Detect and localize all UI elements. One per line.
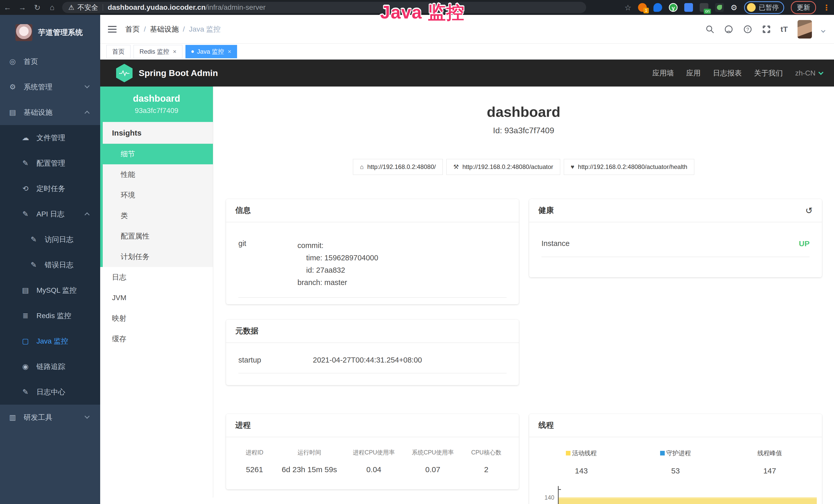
app-title: 芋道管理系统: [38, 27, 83, 38]
extension-grid-icon[interactable]: [684, 3, 693, 12]
nav-item-caches[interactable]: 缓存: [100, 329, 213, 349]
info-card-header: 信息: [226, 199, 519, 222]
health-url-button[interactable]: ♥ http://192.168.0.2:48080/actuator/heal…: [564, 159, 694, 175]
nav-item-mappings[interactable]: 映射: [100, 308, 213, 329]
browser-home-icon[interactable]: ⌂: [45, 3, 60, 12]
nav-item-metrics[interactable]: 性能: [103, 164, 213, 185]
close-icon[interactable]: ×: [227, 48, 231, 55]
actuator-url-button[interactable]: ⚒ http://192.168.0.2:48080/actuator: [446, 159, 560, 175]
sba-nav-journal[interactable]: 日志报表: [713, 68, 742, 78]
health-instance-row: Instance UP: [542, 229, 810, 257]
extension-green-icon[interactable]: y: [669, 3, 678, 12]
url-bar[interactable]: ⚠ 不安全 dashboard.yudao.iocoder.cn /infra/…: [62, 2, 586, 13]
home-icon: ⌂: [360, 163, 364, 170]
col-cpu-cores: CPU核心数: [463, 449, 510, 457]
col-process-cpu: 进程CPU使用率: [345, 449, 402, 457]
back-icon[interactable]: ←: [0, 3, 15, 12]
nav-item-scheduled-tasks[interactable]: 计划任务: [103, 247, 213, 267]
sba-body: dashboard 93a3fc7f7409 Insights 细节 性能 环境…: [100, 87, 834, 498]
close-icon[interactable]: ×: [173, 48, 176, 55]
nav-item-config-props[interactable]: 配置属性: [103, 226, 213, 247]
breadcrumb-home[interactable]: 首页: [125, 24, 140, 34]
insights-label: Insights: [103, 122, 213, 144]
sidebar-item-redis-monitor[interactable]: ≣ Redis 监控: [0, 303, 100, 328]
threads-chart: 140 120 100: [536, 486, 818, 504]
language-selector[interactable]: zh-CN: [795, 69, 823, 77]
threads-card: 线程 活动线程 143 守护进程 53: [529, 414, 822, 504]
tab-java-monitor[interactable]: Java 监控 ×: [185, 45, 237, 58]
sba-nav-wallboard[interactable]: 应用墙: [652, 68, 674, 78]
sidebar-item-mysql-monitor[interactable]: ▤ MySQL 监控: [0, 278, 100, 303]
cards-left-column: 信息 git commit: time: 1596289704000 id: 2…: [226, 199, 519, 504]
sidebar-item-access-log[interactable]: ✎ 访问日志: [0, 227, 100, 252]
bookmark-star-icon[interactable]: ☆: [624, 3, 631, 12]
nav-item-logfile[interactable]: 日志: [100, 267, 213, 288]
extension-badge: 1: [643, 8, 649, 13]
briefcase-icon: ▥: [8, 413, 17, 421]
sba-nav-applications[interactable]: 应用: [686, 68, 701, 78]
tab-home[interactable]: 首页: [106, 45, 130, 58]
redis-layers-icon: ≣: [21, 312, 30, 320]
user-avatar[interactable]: [797, 20, 812, 39]
sidebar-item-infrastructure[interactable]: ▤ 基础设施: [0, 100, 100, 125]
browser-menu-icon[interactable]: ⋮: [823, 3, 830, 12]
security-label: 不安全: [77, 3, 98, 12]
sba-navbar: Spring Boot Admin 应用墙 应用 日志报表 关于我们 zh-CN: [100, 60, 834, 87]
service-url-button[interactable]: ⌂ http://192.168.0.2:48080/: [353, 159, 443, 175]
sidebar-item-file-manage[interactable]: ☁ 文件管理: [0, 125, 100, 151]
cloud-upload-icon: ☁: [21, 134, 30, 142]
metadata-startup-row: startup 2021-04-27T00:44:31.254+08:00: [238, 346, 506, 373]
sba-nav-about[interactable]: 关于我们: [754, 68, 783, 78]
sidebar-item-scheduled-jobs[interactable]: ⟲ 定时任务: [0, 176, 100, 201]
profile-chip[interactable]: 已暂停: [744, 1, 784, 14]
sba-instance-sidenav: dashboard 93a3fc7f7409 Insights 细节 性能 环境…: [100, 87, 213, 498]
history-icon[interactable]: ↺: [806, 205, 813, 216]
sidebar-item-config-manage[interactable]: ✎ 配置管理: [0, 151, 100, 176]
reload-icon[interactable]: ↻: [30, 3, 45, 12]
extension-orange-icon[interactable]: 1: [638, 3, 647, 12]
sidebar-toggle-icon[interactable]: [108, 24, 117, 35]
admin-main: 首页 / 基础设施 / Java 监控 ? tT 首页 R: [100, 15, 834, 504]
sba-brand-title[interactable]: Spring Boot Admin: [139, 68, 218, 78]
search-icon[interactable]: [706, 25, 714, 33]
font-size-icon[interactable]: tT: [781, 25, 788, 33]
heart-pulse-icon: ♥: [571, 163, 574, 170]
sidebar-item-trace[interactable]: ◉ 链路追踪: [0, 354, 100, 379]
active-tab-dot: [191, 50, 194, 53]
user-menu-caret-icon[interactable]: [821, 28, 826, 32]
extension-switch-icon[interactable]: on: [700, 3, 708, 12]
daemon-threads-value: 53: [629, 466, 723, 475]
extension-leaf-icon[interactable]: [715, 3, 724, 12]
info-git-row: git commit: time: 1596289704000 id: 27aa…: [238, 229, 506, 298]
page-title: dashboard: [213, 104, 834, 120]
sidebar-item-home[interactable]: ◎ 首页: [0, 49, 100, 74]
cpu-cores-value: 2: [463, 465, 510, 474]
sidebar-item-java-monitor[interactable]: ▢ Java 监控: [0, 328, 100, 354]
breadcrumb-infrastructure[interactable]: 基础设施: [150, 24, 179, 34]
update-button[interactable]: 更新: [791, 1, 816, 14]
sba-nav: 应用墙 应用 日志报表 关于我们 zh-CN: [652, 68, 823, 78]
forward-icon[interactable]: →: [15, 3, 30, 12]
chevron-up-icon: [85, 212, 90, 217]
help-icon[interactable]: ?: [743, 25, 752, 34]
legend-daemon-threads: 守护进程 53: [629, 449, 723, 475]
fullscreen-icon[interactable]: [762, 25, 771, 33]
sidebar-item-error-log[interactable]: ✎ 错误日志: [0, 252, 100, 278]
live-threads-area-series: [559, 497, 817, 504]
nav-item-jvm[interactable]: JVM: [100, 288, 213, 308]
nav-item-classes[interactable]: 类: [103, 205, 213, 226]
instance-links: ⌂ http://192.168.0.2:48080/ ⚒ http://192…: [213, 159, 834, 175]
col-uptime: 运行时间: [274, 449, 345, 457]
sidebar-item-log-center[interactable]: ✎ 日志中心: [0, 379, 100, 405]
tab-redis-monitor[interactable]: Redis 监控 ×: [134, 45, 182, 58]
sidebar-item-dev-tools[interactable]: ▥ 研发工具: [0, 405, 100, 430]
sidebar-item-api-log[interactable]: ✎ API 日志: [0, 201, 100, 227]
leaf-icon: [717, 5, 722, 10]
nav-item-environment[interactable]: 环境: [103, 185, 213, 205]
extensions-puzzle-icon[interactable]: ⚙: [730, 3, 738, 12]
extension-pin-icon[interactable]: [654, 3, 662, 12]
sidebar-item-system-manage[interactable]: ⚙ 系统管理: [0, 74, 100, 100]
github-icon[interactable]: [724, 25, 733, 34]
health-card-header: 健康 ↺: [529, 199, 822, 222]
nav-item-details[interactable]: 细节: [103, 144, 213, 164]
